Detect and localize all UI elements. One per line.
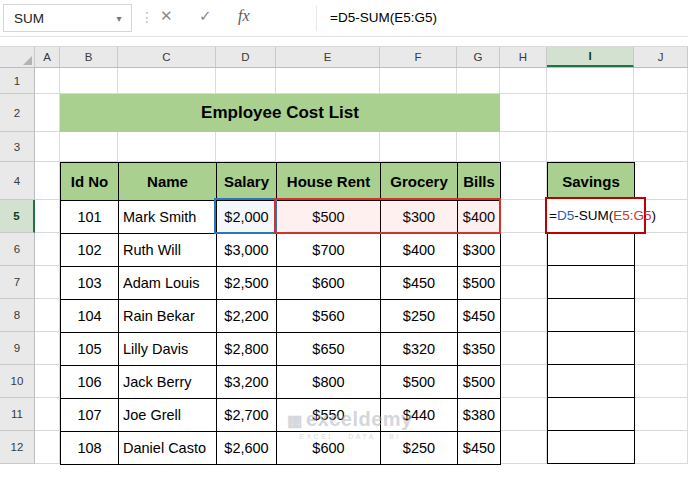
cell-B4[interactable]: Id No [61,163,119,201]
column-header-I[interactable]: I [547,47,634,67]
cell-F12[interactable]: $250 [381,432,458,465]
cell-G12[interactable]: $450 [458,432,501,465]
cell-D12[interactable]: $2,600 [217,432,277,465]
reference-highlight-D5 [214,198,277,234]
row-header-7[interactable]: 7 [0,266,35,299]
cell-G10[interactable]: $500 [458,366,501,399]
cell-B5[interactable]: 101 [61,201,119,234]
select-all-button[interactable] [0,47,35,67]
column-header-A[interactable]: A [35,47,60,67]
cell-F11[interactable]: $440 [381,399,458,432]
cell-G8[interactable]: $450 [458,300,501,333]
excel-window: SUM ▾ ⋮ ✕ ✓ fx =D5-SUM(E5:G5) A B C D E … [0,0,688,483]
name-box[interactable]: SUM ▾ [3,4,132,32]
column-header-E[interactable]: E [276,47,380,67]
column-header-G[interactable]: G [457,47,500,67]
cell-F6[interactable]: $400 [381,234,458,267]
formula-equals: = [549,208,557,223]
name-box-dropdown-icon[interactable]: ▾ [107,13,131,24]
cell-I4[interactable]: Savings [547,162,635,200]
cell-E11[interactable]: $550 [277,399,381,432]
cell-G7[interactable]: $500 [458,267,501,300]
row-headers: 1 2 3 4 5 6 7 8 9 10 11 12 [0,68,35,464]
cell-C9[interactable]: Lilly Davis [119,333,217,366]
cell-E8[interactable]: $560 [277,300,381,333]
cell-F8[interactable]: $250 [381,300,458,333]
cell-D9[interactable]: $2,800 [217,333,277,366]
formula-input[interactable]: =D5-SUM(E5:G5) [330,10,437,25]
cell-D11[interactable]: $2,700 [217,399,277,432]
row-header-4[interactable]: 4 [0,162,35,200]
column-header-J[interactable]: J [634,47,688,67]
cell-I11[interactable] [547,398,635,431]
cell-B7[interactable]: 103 [61,267,119,300]
cell-E9[interactable]: $650 [277,333,381,366]
cell-E12[interactable]: $600 [277,432,381,465]
cell-B12[interactable]: 108 [61,432,119,465]
cell-B9[interactable]: 105 [61,333,119,366]
cell-C12[interactable]: Daniel Casto [119,432,217,465]
cell-B6[interactable]: 102 [61,234,119,267]
cell-B10[interactable]: 106 [61,366,119,399]
row-header-12[interactable]: 12 [0,431,35,464]
cell-D10[interactable]: $3,200 [217,366,277,399]
cell-C11[interactable]: Joe Grell [119,399,217,432]
cancel-button[interactable]: ✕ [160,7,173,25]
cell-G6[interactable]: $300 [458,234,501,267]
cell-C4[interactable]: Name [119,163,217,201]
row-header-3[interactable]: 3 [0,132,35,162]
row-header-11[interactable]: 11 [0,398,35,431]
formula-operator: -SUM( [574,208,613,223]
cell-I7[interactable] [547,266,635,299]
title-banner-cell[interactable]: Employee Cost List [60,94,500,132]
cell-F9[interactable]: $320 [381,333,458,366]
gridline [35,132,688,162]
cell-D4[interactable]: Salary [217,163,277,201]
cell-I6[interactable] [547,233,635,266]
cell-I8[interactable] [547,299,635,332]
cell-C5[interactable]: Mark Smith [119,201,217,234]
name-box-value: SUM [4,11,107,26]
cell-I10[interactable] [547,365,635,398]
cell-D7[interactable]: $2,500 [217,267,277,300]
row-header-2[interactable]: 2 [0,94,35,132]
row-header-6[interactable]: 6 [0,233,35,266]
cell-E6[interactable]: $700 [277,234,381,267]
cell-F7[interactable]: $450 [381,267,458,300]
row-header-10[interactable]: 10 [0,365,35,398]
cell-C6[interactable]: Ruth Will [119,234,217,267]
row-header-8[interactable]: 8 [0,299,35,332]
cell-C10[interactable]: Jack Berry [119,366,217,399]
formula-bar-drag-dots-icon: ⋮ [140,9,154,25]
cell-C7[interactable]: Adam Louis [119,267,217,300]
cell-E10[interactable]: $800 [277,366,381,399]
cell-E7[interactable]: $600 [277,267,381,300]
formula-ref1: D5 [557,208,574,223]
column-header-C[interactable]: C [118,47,216,67]
cell-G9[interactable]: $350 [458,333,501,366]
formula-ref2: E5:G5 [613,208,651,223]
row-header-9[interactable]: 9 [0,332,35,365]
cell-G4[interactable]: Bills [458,163,501,201]
row-header-1[interactable]: 1 [0,68,35,94]
row-header-5[interactable]: 5 [0,200,35,233]
column-header-D[interactable]: D [216,47,276,67]
cell-D8[interactable]: $2,200 [217,300,277,333]
cell-B11[interactable]: 107 [61,399,119,432]
cell-I12[interactable] [547,431,635,464]
column-header-H[interactable]: H [500,47,547,67]
column-header-B[interactable]: B [60,47,118,67]
column-header-F[interactable]: F [380,47,457,67]
enter-button[interactable]: ✓ [199,7,212,25]
cell-D6[interactable]: $3,000 [217,234,277,267]
insert-function-button[interactable]: fx [238,7,250,25]
cell-G11[interactable]: $380 [458,399,501,432]
cell-C8[interactable]: Rain Bekar [119,300,217,333]
cell-B8[interactable]: 104 [61,300,119,333]
cell-I9[interactable] [547,332,635,365]
spreadsheet: A B C D E F G H I J 1 2 3 4 5 6 7 8 9 10… [0,46,688,464]
formula-edit-cell-I5[interactable]: =D5-SUM(E5:G5) [545,197,646,234]
cell-E4[interactable]: House Rent [277,163,381,201]
cell-F4[interactable]: Grocery [381,163,458,201]
cell-F10[interactable]: $500 [381,366,458,399]
